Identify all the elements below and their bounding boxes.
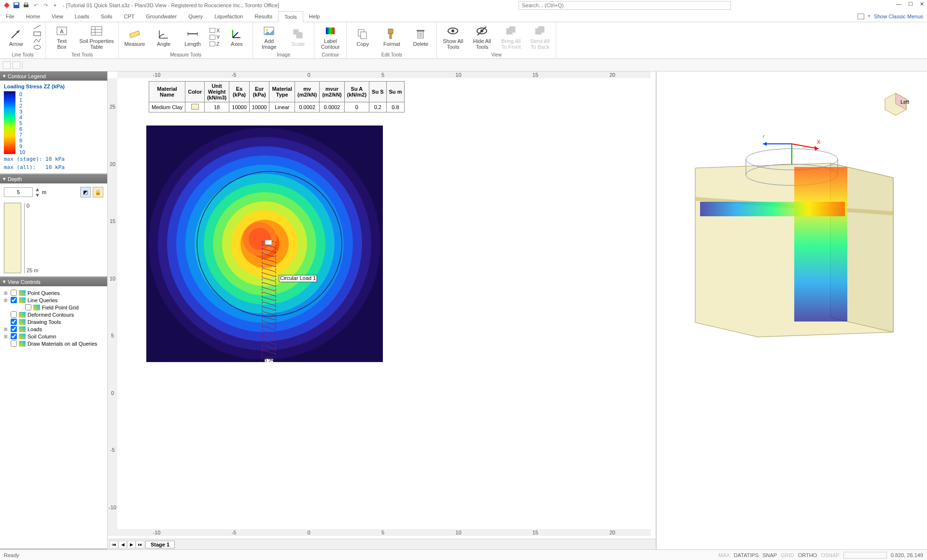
status-flag-ortho[interactable]: ORTHO — [798, 552, 817, 558]
stage-prev-icon[interactable]: ◀ — [118, 541, 127, 548]
layout-icon[interactable] — [857, 14, 864, 19]
menu-tab-file[interactable]: File — [0, 11, 20, 22]
ribbon-group-label: Image — [253, 52, 314, 58]
ruler-top: -10-505101520 — [117, 71, 651, 78]
axes-icon — [230, 28, 243, 40]
tree-line-queries[interactable]: ⊞Line Queries — [4, 296, 103, 304]
redo-icon[interactable]: ↷ — [42, 1, 49, 9]
ribbon-add-image-button[interactable]: Add Image — [257, 25, 281, 50]
table-header: mvur (m2/kN) — [320, 82, 344, 102]
depth-lock-icon[interactable]: 🔒 — [93, 187, 103, 197]
status-flag-snap[interactable]: SNAP — [762, 552, 777, 558]
menu-tab-query[interactable]: Query — [183, 11, 209, 22]
stage-last-icon[interactable]: ⏭ — [136, 541, 144, 548]
menu-tab-liquefaction[interactable]: Liquefaction — [209, 11, 249, 22]
tree-field-point-grid[interactable]: Field Point Grid — [18, 304, 103, 311]
menu-tab-soils[interactable]: Soils — [95, 11, 118, 22]
menu-tab-cpt[interactable]: CPT — [118, 11, 140, 22]
ribbon-show-all-tools-button[interactable]: Show All Tools — [441, 25, 465, 50]
print-icon[interactable] — [22, 1, 30, 9]
tree-checkbox[interactable] — [11, 333, 17, 339]
toolbar-button[interactable] — [3, 61, 11, 69]
svg-point-60 — [249, 228, 271, 250]
menu-tab-view[interactable]: View — [46, 11, 69, 22]
menu-tab-help[interactable]: Help — [303, 11, 326, 22]
search-box[interactable] — [519, 1, 731, 10]
tree-checkbox[interactable] — [11, 326, 17, 332]
depth-down-icon[interactable]: ▼ — [35, 192, 40, 198]
ribbon-bring-all-to-front-button: Bring All To Front — [499, 25, 523, 50]
maximize-icon[interactable]: ☐ — [908, 1, 913, 7]
save-icon[interactable] — [13, 1, 20, 9]
status-flag-grid[interactable]: GRID — [781, 552, 794, 558]
menu-tab-results[interactable]: Results — [249, 11, 278, 22]
ribbon-text-box-button[interactable]: AText Box — [50, 25, 74, 50]
stage-tab[interactable]: Stage 1 — [145, 541, 175, 548]
show-classic-menus-link[interactable]: Show Classic Menus — [874, 14, 923, 19]
stage-next-icon[interactable]: ▶ — [127, 541, 136, 548]
orientation-cube[interactable]: Left — [879, 86, 913, 121]
depth-tool-1-icon[interactable]: ◩ — [80, 187, 91, 197]
ribbon-group-label: Line Tools — [0, 52, 45, 58]
left-sidebar: ▾Contour Legend Loading Stress ZZ (kPa) … — [0, 71, 108, 549]
ruler-bottom: -10-505101520 — [117, 529, 651, 536]
ribbon-format-button[interactable]: Format — [379, 28, 404, 47]
depth-header[interactable]: ▾Depth — [0, 174, 107, 183]
legend-title: Loading Stress ZZ (kPa) — [4, 84, 103, 89]
tree-deformed-contours[interactable]: Deformed Contours — [4, 311, 103, 318]
undo-icon[interactable]: ↶ — [32, 1, 40, 9]
status-flag-datatips[interactable]: DATATIPS — [734, 552, 758, 558]
tree-soil-column[interactable]: ⊞Soil Column — [4, 333, 103, 340]
status-coords: 0.820, 26.149 — [891, 552, 923, 558]
tree-checkbox[interactable] — [11, 297, 17, 303]
minimize-icon[interactable]: — — [896, 1, 901, 7]
axis-toggle-x[interactable]: X — [210, 28, 220, 33]
ribbon-angle-button[interactable]: Angle — [152, 28, 176, 47]
menu-tab-loads[interactable]: Loads — [69, 11, 95, 22]
tree-draw-materials-on-all-queries[interactable]: Draw Materials on all Queries — [4, 340, 103, 347]
status-flag-osnap[interactable]: OSNAP — [821, 552, 840, 558]
table-cell: 10000 — [229, 102, 250, 112]
ellipse-tool-icon[interactable] — [33, 44, 42, 50]
ribbon-arrow-button[interactable]: Arrow — [4, 28, 28, 47]
ribbon-soil-properties-table-button[interactable]: Soil Properties Table — [79, 25, 114, 50]
axis-toggle-z[interactable]: Z — [210, 41, 220, 47]
3d-view[interactable]: Left Y X Z — [657, 71, 927, 549]
plan-view[interactable]: -10-505101520 2520151050-5-10 -10-505101… — [108, 71, 657, 549]
tree-checkbox[interactable] — [11, 340, 17, 347]
qat-dropdown-icon[interactable]: ▼ — [51, 1, 59, 9]
ribbon-label-contour-button[interactable]: Label Contour — [318, 25, 342, 50]
ribbon-hide-all-tools-button[interactable]: Hide All Tools — [470, 25, 494, 50]
search-input[interactable] — [519, 1, 731, 10]
contour-legend-header[interactable]: ▾Contour Legend — [0, 71, 107, 81]
tree-loads[interactable]: ⊞Loads — [4, 325, 103, 333]
depth-input[interactable] — [4, 187, 33, 197]
ribbon-length-button[interactable]: Length — [181, 28, 205, 47]
ribbon-measure-button[interactable]: Measure — [123, 28, 147, 47]
close-icon[interactable]: ✕ — [920, 1, 924, 7]
classic-menus-dropdown-icon[interactable]: ▼ — [867, 14, 871, 18]
tree-checkbox[interactable] — [11, 290, 17, 296]
menu-tab-home[interactable]: Home — [20, 11, 46, 22]
table-header: Su A (kN/m2) — [344, 82, 369, 102]
tree-checkbox[interactable] — [25, 304, 31, 310]
ribbon-delete-button[interactable]: Delete — [408, 28, 433, 47]
axis-toggle-y[interactable]: Y — [210, 34, 220, 40]
rect-tool-icon[interactable] — [33, 31, 42, 37]
line-tool-icon[interactable] — [33, 24, 42, 30]
ribbon-axes-button[interactable]: Axes — [225, 28, 249, 47]
tree-checkbox[interactable] — [11, 319, 17, 325]
tree-checkbox[interactable] — [11, 311, 17, 318]
poly-tool-icon[interactable] — [33, 38, 42, 43]
status-flag-max[interactable]: MAX — [718, 552, 730, 558]
menu-tab-groundwater[interactable]: Groundwater — [140, 11, 183, 22]
ribbon-copy-button[interactable]: Copy — [351, 28, 375, 47]
view-controls-header[interactable]: ▾View Controls — [0, 277, 107, 286]
stage-first-icon[interactable]: ⏮ — [110, 541, 118, 548]
title-bar: ↶ ↷ ▼ - [Tutorial 01 Quick Start.s3z - P… — [0, 0, 927, 11]
tree-drawing-tools[interactable]: Drawing Tools — [4, 318, 103, 325]
tree-point-queries[interactable]: ⊞Point Queries — [4, 289, 103, 296]
menu-tab-tools[interactable]: Tools — [278, 11, 303, 22]
depth-up-icon[interactable]: ▲ — [35, 186, 40, 192]
toolbar-button[interactable] — [13, 61, 20, 69]
